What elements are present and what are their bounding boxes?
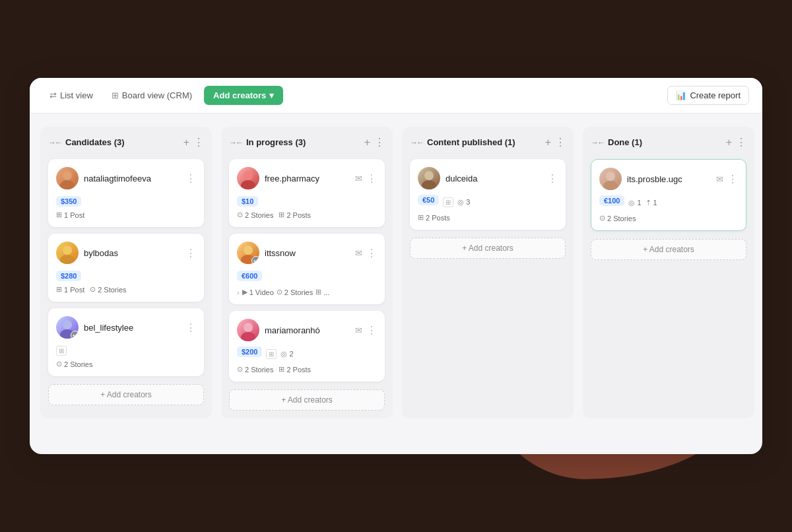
create-report-button[interactable]: 📊 Create report [667, 86, 749, 105]
card-header: its.prosble.ugc ✉ ⋮ [599, 168, 738, 190]
meta-post-label: 1 Post [64, 211, 84, 219]
price-badge: €50 [418, 195, 439, 205]
column-done: →← Done (1) + ⋮ its.prosble.ugc [583, 127, 754, 418]
card-menu-icon[interactable]: ⋮ [185, 321, 196, 334]
card-menu-icon[interactable]: ⋮ [366, 247, 377, 259]
svg-point-3 [60, 255, 75, 264]
column-actions-in-progress[interactable]: + ⋮ [364, 136, 385, 149]
add-creators-label: Add creators [213, 90, 266, 100]
add-creators-in-progress[interactable]: + Add creators [229, 389, 385, 411]
expand-icon[interactable]: › [237, 288, 240, 296]
svg-point-15 [603, 181, 618, 190]
grid-icon: ⊞ [266, 349, 277, 359]
svg-point-12 [424, 171, 434, 180]
price-badge: $10 [237, 196, 258, 207]
card-meta: ⊙ 2 Stories ⊞ 2 Posts [237, 365, 377, 374]
add-column-icon[interactable]: + [364, 137, 370, 149]
card-menu-icon[interactable]: ⋮ [727, 173, 738, 185]
svg-point-8 [244, 246, 253, 255]
board-icon: ⊞ [112, 90, 119, 100]
svg-point-7 [241, 180, 255, 189]
email-icon: ✉ [355, 248, 362, 258]
email-icon: ✉ [716, 174, 723, 184]
svg-point-10 [244, 323, 253, 332]
avatar-badge: +1 [71, 331, 79, 339]
meta-post: ⊞ 1 Post [56, 285, 84, 294]
meta-stories-label: 2 Stories [64, 360, 92, 368]
svg-point-1 [60, 180, 75, 189]
svg-point-2 [63, 246, 72, 255]
avatar [418, 167, 440, 189]
card-header: dulceida ⋮ [418, 167, 558, 189]
card-menu-icon[interactable]: ⋮ [185, 247, 196, 259]
meta-count1: ◎ 1 [628, 199, 641, 207]
card-user: +1 bel_lifestylee [56, 316, 133, 339]
bar-icon: ⇡ [645, 199, 651, 207]
card-user: mariamoranhó [237, 319, 320, 341]
add-creators-button[interactable]: Add creators ▾ [204, 86, 283, 105]
card-menu-icon[interactable]: ⋮ [366, 172, 377, 185]
username: nataliagtimofeeva [84, 174, 151, 183]
avatar [56, 167, 79, 189]
card-meta: ⊞ 2 Posts [418, 213, 558, 222]
meta-posts-label: 2 Posts [286, 366, 311, 374]
meta-post-label: 1 Post [64, 286, 84, 294]
meta-posts-label: 2 Posts [426, 214, 450, 222]
avatar: +1 [237, 242, 259, 264]
more-options-icon[interactable]: ⋮ [374, 136, 385, 149]
email-icon: ✉ [355, 325, 362, 335]
username: free.pharmacy [265, 174, 319, 183]
add-creators-done[interactable]: + Add creators [591, 239, 746, 260]
chevron-down-icon: ▾ [269, 90, 274, 100]
column-title-candidates: Candidates (3) [65, 137, 125, 147]
card-ittssnow: +1 ittssnow ✉ ⋮ €600 › ▶ 1 Video [229, 234, 385, 304]
expand-row: › ▶ 1 Video ⊙ 2 Stories ⊞ ... [237, 288, 377, 296]
card-nataliagtimofeeva: nataliagtimofeeva ⋮ $350 ⊞ 1 Post [48, 159, 204, 227]
card-header: free.pharmacy ✉ ⋮ [237, 167, 377, 189]
card-user: free.pharmacy [237, 167, 319, 189]
column-actions-candidates[interactable]: + ⋮ [183, 136, 204, 149]
column-actions-done[interactable]: + ⋮ [726, 136, 746, 149]
avatar-badge: +1 [251, 256, 259, 264]
card-meta: ⊞ 1 Post [56, 211, 196, 219]
list-view-button[interactable]: ⇄ List view [43, 87, 100, 104]
column-actions-content-published[interactable]: + ⋮ [545, 136, 566, 149]
add-creators-candidates[interactable]: + Add creators [48, 384, 204, 405]
more-options-icon[interactable]: ⋮ [736, 136, 746, 149]
grid-icon: ⊞ [315, 288, 321, 296]
more-options-icon[interactable]: ⋮ [193, 136, 204, 149]
eye-icon: ◎ [457, 198, 464, 207]
card-user: dulceida [418, 167, 477, 189]
posts-icon: ⊞ [418, 213, 424, 222]
card-user: +1 ittssnow [237, 242, 296, 264]
price-badge: $280 [56, 271, 81, 281]
add-creators-content-published[interactable]: + Add creators [410, 238, 566, 259]
meta-posts: ⊞ 2 Posts [279, 211, 311, 219]
stories-icon: ⊙ [90, 285, 96, 294]
board: →← Candidates (3) + ⋮ nataliagtimofeeva [30, 114, 762, 432]
avatar [599, 168, 622, 190]
card-header: +1 bel_lifestylee ⋮ [56, 316, 196, 339]
card-menu-icon[interactable]: ⋮ [547, 172, 558, 185]
card-menu-icon[interactable]: ⋮ [366, 324, 377, 337]
price-badge: €600 [237, 271, 262, 281]
column-content-published: →← Content published (1) + ⋮ dulceida [402, 127, 574, 418]
card-menu-icon[interactable]: ⋮ [185, 172, 196, 185]
column-header-done: →← Done (1) + ⋮ [591, 135, 746, 152]
meta-count-label: 2 [289, 350, 293, 358]
add-column-icon[interactable]: + [183, 137, 189, 149]
board-view-button[interactable]: ⊞ Board view (CRM) [105, 87, 199, 104]
avatar [56, 242, 79, 264]
meta-count1-label: 1 [637, 199, 641, 207]
username: ittssnow [265, 248, 296, 258]
column-title-content-published: Content published (1) [427, 137, 515, 147]
card-its-prosble-ugc: its.prosble.ugc ✉ ⋮ €100 ◎ 1 ⇡ 1 [591, 159, 746, 231]
stories-icon: ⊙ [237, 211, 243, 219]
add-column-icon[interactable]: + [726, 137, 732, 149]
add-column-icon[interactable]: + [545, 137, 551, 149]
more-options-icon[interactable]: ⋮ [555, 136, 566, 149]
meta-count-label: 3 [466, 198, 470, 206]
posts-icon: ⊞ [279, 365, 284, 374]
avatar [237, 167, 259, 189]
meta-count2: ⇡ 1 [645, 199, 657, 207]
